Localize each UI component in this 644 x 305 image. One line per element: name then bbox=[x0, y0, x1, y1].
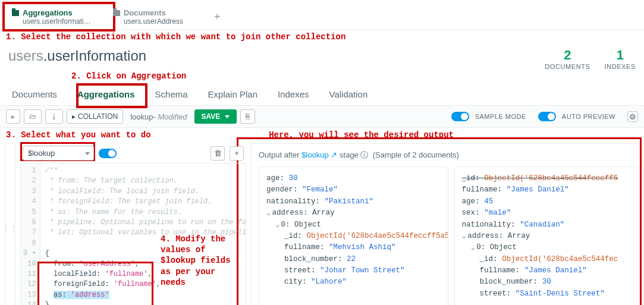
auto-preview-label: AUTO PREVIEW bbox=[562, 113, 615, 120]
namespace-db: users bbox=[8, 48, 43, 64]
annotation-1: 1. Select the collection with which we w… bbox=[0, 30, 644, 44]
toggle-panel-button[interactable]: ▸ bbox=[6, 109, 20, 124]
tab-documents[interactable]: Documents bbox=[10, 83, 59, 105]
window-tab-documents[interactable]: Documents users.userAddress bbox=[105, 5, 206, 29]
output-sample-note: (Sample of 2 documents) bbox=[373, 150, 459, 159]
editor-gutter: 123456789 ▾1011121314 bbox=[21, 163, 40, 305]
tab-indexes[interactable]: Indexes bbox=[275, 83, 312, 105]
drag-handle[interactable]: ⋮⋮ bbox=[5, 143, 15, 305]
save-label: SAVE bbox=[202, 112, 221, 121]
stat-documents[interactable]: 2 DOCUMENTS bbox=[545, 48, 590, 70]
collapse-icon[interactable]: ⌄ bbox=[266, 209, 271, 217]
window-tab-aggregations[interactable]: Aggregations users.userInformati… bbox=[4, 5, 105, 29]
auto-preview-toggle[interactable] bbox=[538, 112, 556, 121]
stage-code-editor[interactable]: 4. Modify the values of $lookup fields a… bbox=[20, 163, 246, 305]
folder-icon bbox=[113, 10, 120, 16]
output-document-0[interactable]: age: 30 gender: "Female" nationality: "P… bbox=[259, 166, 448, 305]
output-document-1[interactable]: _id: ObjectId('628bc4a45c544feccff5 full… bbox=[454, 166, 644, 305]
stat-indexes-label: INDEXES bbox=[605, 63, 636, 70]
collapse-icon[interactable]: ⌄ bbox=[275, 221, 280, 229]
stage-operator-link[interactable]: $lookup ↗ bbox=[301, 150, 337, 159]
collation-button[interactable]: ▸ COLLATION bbox=[67, 109, 123, 124]
annotation-2: 2. Click on Aggregation bbox=[0, 71, 644, 83]
aggregation-toolbar: ▸ 🗁 ⭳ ▸ COLLATION lookup- Modified SAVE … bbox=[0, 106, 644, 128]
namespace-heading: users.userInformation bbox=[8, 48, 146, 64]
annotation-5: Here, you will see the desired output bbox=[269, 130, 454, 140]
add-stage-button[interactable]: + bbox=[230, 146, 244, 161]
save-button[interactable]: SAVE bbox=[194, 109, 237, 124]
stage-header: $lookup 🗑 + bbox=[20, 143, 246, 163]
window-tab-title: Documents bbox=[124, 8, 166, 17]
output-header: Output after $lookup ↗ stage ⓘ (Sample o… bbox=[259, 150, 643, 161]
output-documents: age: 30 gender: "Female" nationality: "P… bbox=[259, 166, 643, 305]
tab-aggregations[interactable]: Aggregations bbox=[75, 83, 137, 105]
stage-output-column: Output after $lookup ↗ stage ⓘ (Sample o… bbox=[251, 143, 644, 305]
collection-subtabs: Documents Aggregations Schema Explain Pl… bbox=[0, 83, 644, 106]
stat-indexes-count: 1 bbox=[605, 48, 636, 63]
window-tab-title: Aggregations bbox=[23, 8, 73, 17]
chevron-down-icon bbox=[225, 115, 230, 118]
new-tab-button[interactable]: + bbox=[206, 5, 229, 29]
collection-stats: 2 DOCUMENTS 1 INDEXES bbox=[545, 48, 636, 70]
tab-validation[interactable]: Validation bbox=[327, 83, 370, 105]
settings-button[interactable]: ⚙ bbox=[627, 111, 638, 122]
collation-label: COLLATION bbox=[78, 112, 118, 121]
pipeline-name: lookup- Modified bbox=[127, 112, 190, 121]
sample-mode-toggle[interactable] bbox=[451, 112, 469, 121]
tab-schema[interactable]: Schema bbox=[153, 83, 190, 105]
delete-stage-button[interactable]: 🗑 bbox=[211, 146, 225, 161]
collapse-icon[interactable]: ⌄ bbox=[462, 232, 467, 240]
stage-enabled-toggle[interactable] bbox=[99, 149, 117, 158]
stat-indexes[interactable]: 1 INDEXES bbox=[605, 48, 636, 70]
sample-mode-label: SAMPLE MODE bbox=[475, 113, 526, 120]
window-tab-subtitle: users.userAddress bbox=[124, 17, 197, 26]
stat-documents-count: 2 bbox=[545, 48, 590, 63]
export-button[interactable]: ⭳ bbox=[45, 109, 63, 124]
open-folder-button[interactable]: 🗁 bbox=[24, 109, 42, 124]
folder-icon bbox=[12, 10, 19, 16]
collapse-icon[interactable]: ⌄ bbox=[471, 243, 476, 251]
window-tab-subtitle: users.userInformati… bbox=[23, 17, 96, 26]
stage-operator-select[interactable]: $lookup bbox=[23, 146, 94, 161]
pipeline-stage-row: ⋮⋮ $lookup 🗑 + 4. Modify the values of $… bbox=[0, 141, 644, 305]
annotation-4: 4. Modify the values of $lookup fields a… bbox=[161, 234, 231, 288]
window-tabs: Aggregations users.userInformati… Docume… bbox=[0, 0, 644, 30]
stat-documents-label: DOCUMENTS bbox=[545, 63, 590, 70]
new-pipeline-button[interactable]: ⎘ bbox=[240, 109, 255, 124]
stage-editor-column: $lookup 🗑 + 4. Modify the values of $loo… bbox=[20, 143, 246, 305]
tab-explain-plan[interactable]: Explain Plan bbox=[206, 83, 260, 105]
annotation-3: 3. Select what you want to do bbox=[6, 130, 151, 140]
namespace-collection: userInformation bbox=[47, 48, 146, 64]
